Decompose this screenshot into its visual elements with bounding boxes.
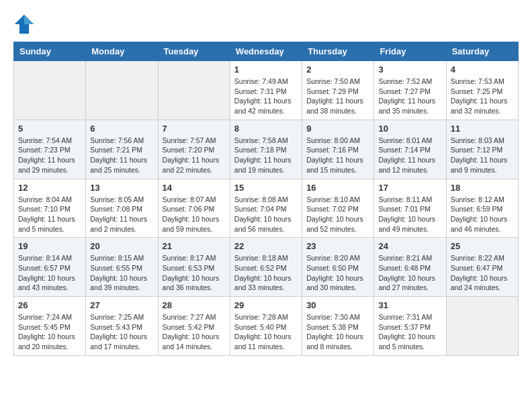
calendar-cell: 26Sunrise: 7:24 AM Sunset: 5:45 PM Dayli…: [14, 297, 86, 356]
logo-icon: [13, 13, 35, 35]
day-info: Sunrise: 7:58 AM Sunset: 7:18 PM Dayligh…: [234, 136, 298, 175]
calendar-cell: 2Sunrise: 7:50 AM Sunset: 7:29 PM Daylig…: [302, 61, 374, 120]
day-info: Sunrise: 8:05 AM Sunset: 7:08 PM Dayligh…: [90, 195, 153, 234]
day-number: 14: [163, 183, 226, 193]
day-info: Sunrise: 8:17 AM Sunset: 6:53 PM Dayligh…: [163, 253, 226, 293]
day-number: 2: [306, 64, 369, 75]
calendar-cell: [86, 61, 158, 120]
day-info: Sunrise: 7:54 AM Sunset: 7:23 PM Dayligh…: [18, 136, 81, 175]
day-number: 24: [378, 241, 441, 251]
day-info: Sunrise: 7:25 AM Sunset: 5:43 PM Dayligh…: [90, 312, 153, 352]
day-header-thursday: Thursday: [302, 42, 374, 61]
calendar-cell: 28Sunrise: 7:27 AM Sunset: 5:42 PM Dayli…: [158, 297, 230, 356]
calendar-cell: 31Sunrise: 7:31 AM Sunset: 5:37 PM Dayli…: [374, 297, 446, 356]
day-number: 28: [163, 300, 226, 310]
day-info: Sunrise: 7:50 AM Sunset: 7:29 PM Dayligh…: [306, 77, 369, 116]
calendar-week-row: 19Sunrise: 8:14 AM Sunset: 6:57 PM Dayli…: [14, 238, 519, 297]
calendar-cell: 9Sunrise: 8:00 AM Sunset: 7:16 PM Daylig…: [302, 120, 374, 179]
day-number: 31: [378, 300, 441, 310]
day-info: Sunrise: 8:12 AM Sunset: 6:59 PM Dayligh…: [451, 195, 514, 234]
day-number: 1: [234, 64, 298, 75]
day-info: Sunrise: 8:07 AM Sunset: 7:06 PM Dayligh…: [163, 195, 226, 234]
calendar-cell: 24Sunrise: 8:21 AM Sunset: 6:48 PM Dayli…: [374, 238, 446, 297]
calendar-cell: 17Sunrise: 8:11 AM Sunset: 7:01 PM Dayli…: [374, 179, 446, 238]
calendar-cell: 4Sunrise: 7:53 AM Sunset: 7:25 PM Daylig…: [446, 61, 518, 120]
day-info: Sunrise: 7:24 AM Sunset: 5:45 PM Dayligh…: [18, 312, 81, 352]
calendar-cell: 19Sunrise: 8:14 AM Sunset: 6:57 PM Dayli…: [14, 238, 86, 297]
day-number: 19: [18, 241, 81, 251]
calendar-cell: 20Sunrise: 8:15 AM Sunset: 6:55 PM Dayli…: [86, 238, 158, 297]
day-info: Sunrise: 7:52 AM Sunset: 7:27 PM Dayligh…: [378, 77, 441, 116]
day-info: Sunrise: 7:53 AM Sunset: 7:25 PM Dayligh…: [451, 77, 514, 116]
svg-marker-1: [24, 15, 34, 24]
calendar-cell: 21Sunrise: 8:17 AM Sunset: 6:53 PM Dayli…: [158, 238, 230, 297]
day-info: Sunrise: 7:57 AM Sunset: 7:20 PM Dayligh…: [163, 136, 226, 175]
day-info: Sunrise: 7:30 AM Sunset: 5:38 PM Dayligh…: [306, 312, 369, 352]
day-info: Sunrise: 8:08 AM Sunset: 7:04 PM Dayligh…: [234, 195, 298, 234]
day-header-friday: Friday: [374, 42, 446, 61]
calendar-cell: [14, 61, 86, 120]
day-info: Sunrise: 8:15 AM Sunset: 6:55 PM Dayligh…: [90, 253, 153, 293]
day-info: Sunrise: 8:01 AM Sunset: 7:14 PM Dayligh…: [378, 136, 441, 175]
day-number: 12: [18, 183, 81, 193]
page-header: [13, 13, 519, 35]
day-number: 22: [234, 241, 298, 251]
calendar-cell: [158, 61, 230, 120]
day-number: 11: [451, 124, 514, 134]
day-info: Sunrise: 8:11 AM Sunset: 7:01 PM Dayligh…: [378, 195, 441, 234]
day-info: Sunrise: 7:28 AM Sunset: 5:40 PM Dayligh…: [234, 312, 298, 352]
day-number: 20: [90, 241, 153, 251]
calendar-cell: 11Sunrise: 8:03 AM Sunset: 7:12 PM Dayli…: [446, 120, 518, 179]
calendar-cell: 7Sunrise: 7:57 AM Sunset: 7:20 PM Daylig…: [158, 120, 230, 179]
calendar-week-row: 1Sunrise: 7:49 AM Sunset: 7:31 PM Daylig…: [14, 61, 519, 120]
calendar-cell: 27Sunrise: 7:25 AM Sunset: 5:43 PM Dayli…: [86, 297, 158, 356]
day-info: Sunrise: 8:10 AM Sunset: 7:02 PM Dayligh…: [306, 195, 369, 234]
calendar-cell: 1Sunrise: 7:49 AM Sunset: 7:31 PM Daylig…: [230, 61, 302, 120]
calendar-week-row: 5Sunrise: 7:54 AM Sunset: 7:23 PM Daylig…: [14, 120, 519, 179]
day-number: 17: [378, 183, 441, 193]
calendar-header-row: SundayMondayTuesdayWednesdayThursdayFrid…: [14, 42, 519, 61]
calendar-cell: 15Sunrise: 8:08 AM Sunset: 7:04 PM Dayli…: [230, 179, 302, 238]
day-number: 29: [234, 300, 298, 310]
day-number: 4: [451, 64, 514, 75]
day-info: Sunrise: 7:56 AM Sunset: 7:21 PM Dayligh…: [90, 136, 153, 175]
day-number: 26: [18, 300, 81, 310]
day-number: 9: [306, 124, 369, 134]
day-number: 5: [18, 124, 81, 134]
day-header-sunday: Sunday: [14, 42, 86, 61]
calendar-cell: 12Sunrise: 8:04 AM Sunset: 7:10 PM Dayli…: [14, 179, 86, 238]
day-info: Sunrise: 8:18 AM Sunset: 6:52 PM Dayligh…: [234, 253, 298, 293]
day-header-wednesday: Wednesday: [230, 42, 302, 61]
calendar-cell: 22Sunrise: 8:18 AM Sunset: 6:52 PM Dayli…: [230, 238, 302, 297]
calendar-cell: 6Sunrise: 7:56 AM Sunset: 7:21 PM Daylig…: [86, 120, 158, 179]
calendar-cell: 14Sunrise: 8:07 AM Sunset: 7:06 PM Dayli…: [158, 179, 230, 238]
calendar-table: SundayMondayTuesdayWednesdayThursdayFrid…: [13, 42, 519, 356]
day-info: Sunrise: 7:49 AM Sunset: 7:31 PM Dayligh…: [234, 77, 298, 116]
day-header-tuesday: Tuesday: [158, 42, 230, 61]
calendar-cell: 8Sunrise: 7:58 AM Sunset: 7:18 PM Daylig…: [230, 120, 302, 179]
day-number: 7: [163, 124, 226, 134]
day-number: 10: [378, 124, 441, 134]
day-number: 16: [306, 183, 369, 193]
day-info: Sunrise: 8:03 AM Sunset: 7:12 PM Dayligh…: [451, 136, 514, 175]
day-number: 3: [378, 64, 441, 75]
day-info: Sunrise: 8:21 AM Sunset: 6:48 PM Dayligh…: [378, 253, 441, 293]
calendar-cell: 16Sunrise: 8:10 AM Sunset: 7:02 PM Dayli…: [302, 179, 374, 238]
calendar-week-row: 26Sunrise: 7:24 AM Sunset: 5:45 PM Dayli…: [14, 297, 519, 356]
calendar-cell: 23Sunrise: 8:20 AM Sunset: 6:50 PM Dayli…: [302, 238, 374, 297]
logo: [13, 13, 38, 35]
day-number: 8: [234, 124, 298, 134]
day-header-saturday: Saturday: [446, 42, 518, 61]
day-number: 6: [90, 124, 153, 134]
day-info: Sunrise: 7:27 AM Sunset: 5:42 PM Dayligh…: [163, 312, 226, 352]
day-number: 15: [234, 183, 298, 193]
calendar-cell: 3Sunrise: 7:52 AM Sunset: 7:27 PM Daylig…: [374, 61, 446, 120]
day-number: 18: [451, 183, 514, 193]
day-info: Sunrise: 7:31 AM Sunset: 5:37 PM Dayligh…: [378, 312, 441, 352]
calendar-cell: 30Sunrise: 7:30 AM Sunset: 5:38 PM Dayli…: [302, 297, 374, 356]
day-info: Sunrise: 8:00 AM Sunset: 7:16 PM Dayligh…: [306, 136, 369, 175]
calendar-cell: 18Sunrise: 8:12 AM Sunset: 6:59 PM Dayli…: [446, 179, 518, 238]
day-header-monday: Monday: [86, 42, 158, 61]
day-number: 25: [451, 241, 514, 251]
calendar-cell: 29Sunrise: 7:28 AM Sunset: 5:40 PM Dayli…: [230, 297, 302, 356]
